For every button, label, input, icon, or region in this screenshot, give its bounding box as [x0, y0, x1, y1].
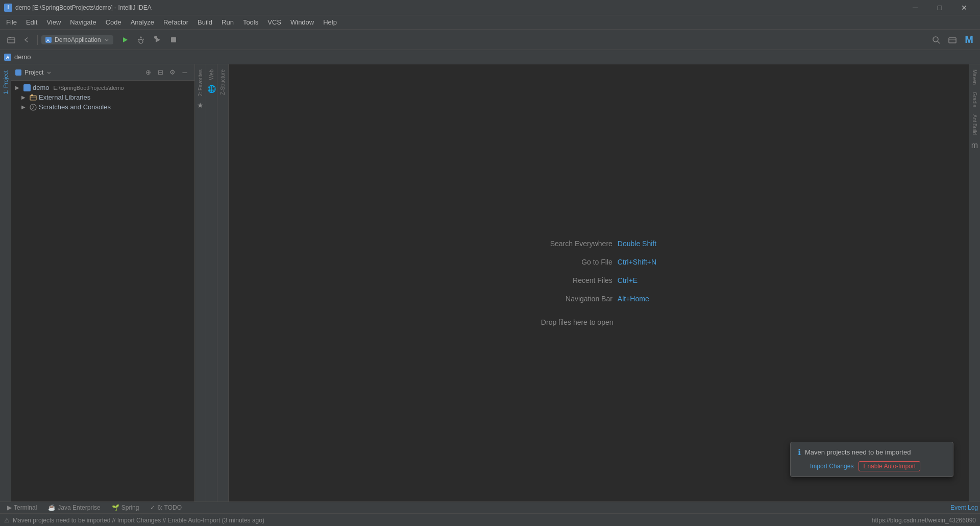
locate-file-button[interactable]: ⊕	[142, 67, 154, 78]
event-log-link[interactable]: Event Log	[950, 504, 978, 511]
recent-files-shortcut[interactable]: Ctrl+E	[618, 276, 638, 284]
demo-label-text: demo	[14, 53, 31, 61]
menu-analyze[interactable]: Analyze	[127, 17, 158, 28]
favorites-tab[interactable]: 2: Favorites	[196, 66, 205, 99]
navigation-bar-label: Navigation Bar	[541, 295, 612, 303]
run-button[interactable]	[117, 33, 132, 47]
debug-button[interactable]	[134, 33, 148, 47]
svg-rect-13	[15, 69, 21, 76]
maven-notification-header: ℹ Maven projects need to be imported	[798, 447, 946, 457]
goto-file-row: Go to File Ctrl+Shift+N	[541, 258, 656, 266]
goto-file-shortcut[interactable]: Ctrl+Shift+N	[618, 258, 656, 266]
sidebar-actions: ⊕ ⊟ ⚙ ─	[142, 67, 190, 78]
gradle-tab[interactable]: Gradle	[970, 89, 979, 110]
tree-item-external-libraries[interactable]: ▶ External Libraries	[11, 92, 194, 102]
sidebar-settings-button[interactable]: ⚙	[167, 67, 178, 78]
web-tab[interactable]: Web	[207, 66, 216, 83]
zstructure-bar: Z-Structure	[217, 64, 229, 501]
tool-bar: A DemoApplication M	[0, 30, 980, 50]
tree-arrow-external-libs: ▶	[21, 94, 28, 100]
menu-build[interactable]: Build	[193, 17, 216, 28]
svg-rect-15	[30, 95, 36, 100]
import-changes-link[interactable]: Import Changes	[810, 463, 853, 470]
back-button[interactable]	[19, 33, 34, 47]
java-enterprise-icon: ☕	[48, 504, 56, 511]
svg-point-17	[30, 104, 36, 110]
menu-code[interactable]: Code	[102, 17, 126, 28]
menu-view[interactable]: View	[42, 17, 65, 28]
ant-build-tab[interactable]: Ant Build	[970, 111, 979, 138]
favorites-bar: 2: Favorites ★	[195, 64, 206, 501]
terminal-tab[interactable]: ▶ Terminal	[2, 503, 42, 512]
run-config-selector[interactable]: A DemoApplication	[41, 35, 113, 44]
menu-edit[interactable]: Edit	[22, 17, 41, 28]
close-button[interactable]: ✕	[952, 0, 976, 15]
welcome-content: Search Everywhere Double Shift Go to Fil…	[541, 240, 656, 326]
drop-files-row: Drop files here to open	[541, 313, 656, 326]
tree-demo-path: E:\SpringBootProjects\demo	[54, 85, 124, 91]
todo-icon: ✓	[150, 504, 155, 511]
open-file-button[interactable]	[4, 33, 18, 47]
zstructure-tab[interactable]: Z-Structure	[218, 66, 227, 98]
svg-line-6	[138, 39, 139, 40]
drop-files-text: Drop files here to open	[541, 318, 614, 326]
spring-tab[interactable]: 🌱 Spring	[107, 503, 144, 512]
todo-label: 6: TODO	[157, 504, 182, 511]
menu-help[interactable]: Help	[319, 17, 341, 28]
svg-rect-16	[31, 94, 33, 96]
menu-refactor[interactable]: Refactor	[159, 17, 192, 28]
favorites-star-icon[interactable]: ★	[197, 101, 204, 109]
goto-file-label: Go to File	[541, 258, 612, 266]
maximize-button[interactable]: □	[928, 0, 951, 15]
java-enterprise-label: Java Enterprise	[58, 504, 100, 511]
project-sidebar: Project ⊕ ⊟ ⚙ ─ ▶ demo E:\SpringBootProj…	[11, 64, 195, 501]
project-tab[interactable]: 1: Project	[1, 66, 10, 98]
search-everywhere-row: Search Everywhere Double Shift	[541, 240, 656, 248]
m-icon[interactable]: m	[969, 139, 980, 152]
navigation-bar-shortcut[interactable]: Alt+Home	[618, 295, 649, 303]
recent-files-label: Recent Files	[541, 276, 612, 284]
run-with-coverage-button[interactable]	[150, 33, 164, 47]
right-bar: Maven Gradle Ant Build m	[969, 64, 980, 501]
tree-arrow-scratches: ▶	[21, 104, 28, 110]
svg-line-7	[143, 39, 144, 40]
svg-point-8	[154, 36, 157, 39]
svg-line-11	[938, 41, 940, 43]
stop-button[interactable]	[166, 33, 181, 47]
sidebar-minimize-button[interactable]: ─	[179, 67, 190, 78]
menu-run[interactable]: Run	[217, 17, 238, 28]
svg-point-10	[933, 37, 938, 42]
title-bar-left: I demo [E:\SpringBootProjects\demo] - In…	[4, 4, 152, 12]
open-project-button[interactable]	[945, 33, 960, 47]
svg-rect-1	[9, 37, 11, 38]
search-everywhere-shortcut[interactable]: Double Shift	[618, 240, 656, 248]
menu-navigate[interactable]: Navigate	[66, 17, 100, 28]
svg-point-4	[139, 39, 143, 43]
web-icon[interactable]: 🌐	[207, 85, 216, 93]
menu-tools[interactable]: Tools	[239, 17, 262, 28]
svg-rect-0	[8, 38, 15, 43]
menu-vcs[interactable]: VCS	[263, 17, 285, 28]
tree-item-demo[interactable]: ▶ demo E:\SpringBootProjects\demo	[11, 83, 194, 92]
toolbar-left	[4, 33, 34, 47]
maven-notification: ℹ Maven projects need to be imported Imp…	[790, 442, 953, 477]
maven-tab[interactable]: Maven	[970, 66, 979, 88]
java-enterprise-tab[interactable]: ☕ Java Enterprise	[43, 503, 105, 512]
minimize-button[interactable]: ─	[903, 0, 927, 15]
menu-file[interactable]: File	[2, 17, 21, 28]
menu-window[interactable]: Window	[286, 17, 318, 28]
menu-bar: File Edit View Navigate Code Analyze Ref…	[0, 15, 980, 30]
settings-button[interactable]: M	[962, 33, 976, 47]
todo-tab[interactable]: ✓ 6: TODO	[145, 503, 187, 512]
svg-rect-14	[23, 84, 31, 91]
collapse-all-button[interactable]: ⊟	[155, 67, 166, 78]
demo-label: A demo	[4, 53, 31, 61]
sidebar-title-label: Project	[15, 69, 52, 76]
tree-item-scratches[interactable]: ▶ Scratches and Consoles	[11, 102, 194, 112]
maven-notification-message: Maven projects need to be imported	[805, 448, 911, 456]
maven-notification-actions: Import Changes Enable Auto-Import	[798, 461, 946, 471]
enable-auto-import-button[interactable]: Enable Auto-Import	[859, 461, 920, 471]
navigation-bar-row: Navigation Bar Alt+Home	[541, 295, 656, 303]
demo-tab-bar: A demo	[0, 50, 980, 64]
search-everywhere-button[interactable]	[929, 33, 943, 47]
